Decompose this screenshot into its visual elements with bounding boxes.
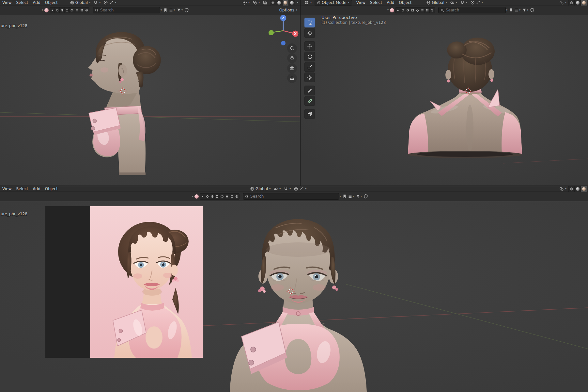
bookmark-icon[interactable] xyxy=(509,8,513,12)
tool-add-cube[interactable] xyxy=(304,109,315,119)
toggle-4[interactable] xyxy=(65,8,70,13)
search-box[interactable] xyxy=(438,7,506,13)
snap-dropdown[interactable]: ▾ xyxy=(92,0,102,5)
tool-measure[interactable] xyxy=(304,96,315,106)
search-input[interactable] xyxy=(100,8,158,12)
model-back-view[interactable] xyxy=(405,33,524,158)
toggle-7[interactable] xyxy=(425,8,430,13)
toggle-2[interactable] xyxy=(55,8,60,13)
shading-wireframe[interactable] xyxy=(270,0,276,6)
transform-orientation-dropdown[interactable]: Global ▾ xyxy=(69,0,92,5)
list-icon[interactable] xyxy=(514,8,519,12)
menu-add[interactable]: Add xyxy=(384,0,396,5)
show-overlays-toggle[interactable]: ▾ xyxy=(558,187,568,191)
toggle-6[interactable] xyxy=(420,8,425,13)
menu-select[interactable]: Select xyxy=(14,0,30,5)
toggle-6[interactable] xyxy=(224,194,229,199)
toggle-3[interactable] xyxy=(210,194,215,199)
navigation-gizmo[interactable]: Z X xyxy=(266,14,300,48)
toggle-7[interactable] xyxy=(229,194,234,199)
list-icon[interactable] xyxy=(348,194,352,199)
toggle-6[interactable] xyxy=(74,8,79,13)
viewport-side-view[interactable]: View Select Add Object Global ▾ ▾ ▾ xyxy=(0,0,300,186)
viewport-front-view[interactable]: View Select Add Object Global ▾ ▾ ▾ xyxy=(0,186,588,392)
toggle-1[interactable] xyxy=(50,8,55,13)
toggle-1[interactable] xyxy=(395,8,400,13)
gizmo-negz-axis[interactable] xyxy=(281,41,286,45)
shading-solid[interactable] xyxy=(276,0,283,6)
menu-object[interactable]: Object xyxy=(396,0,414,5)
chevron-down-icon[interactable]: ▾ xyxy=(506,9,507,11)
menu-view[interactable]: View xyxy=(354,0,368,5)
search-input[interactable] xyxy=(250,194,337,199)
projection-toggle-button[interactable] xyxy=(287,73,297,83)
mode-dropdown[interactable]: Object Mode ▾ xyxy=(315,0,352,6)
search-box[interactable] xyxy=(93,7,160,13)
shading-solid[interactable] xyxy=(575,0,581,6)
collapse-chevron-icon[interactable]: ▾ xyxy=(42,9,43,11)
proportional-edit-controls[interactable]: ▾ xyxy=(469,0,485,5)
camera-view-button[interactable] xyxy=(287,63,297,73)
pivot-dropdown[interactable]: ▾ xyxy=(449,0,459,5)
tool-rotate[interactable] xyxy=(304,52,315,61)
tool-cursor[interactable] xyxy=(304,28,315,38)
model-side-view[interactable] xyxy=(74,27,162,177)
toggle-5[interactable] xyxy=(70,8,74,13)
reference-portrait-image[interactable] xyxy=(90,206,203,358)
shading-material[interactable] xyxy=(283,0,289,6)
filter-funnel-icon[interactable] xyxy=(356,194,360,199)
shading-rendered[interactable] xyxy=(289,0,295,6)
transform-orient-dropdown[interactable]: Global ▾ xyxy=(249,187,272,191)
toggle-1[interactable] xyxy=(200,194,205,199)
shading-material[interactable] xyxy=(581,0,587,6)
chevron-down-icon[interactable]: ▾ xyxy=(161,9,162,11)
tool-box-select[interactable] xyxy=(304,18,315,27)
filter-funnel-icon[interactable] xyxy=(177,8,181,12)
viewport-back-view[interactable]: ▾ Object Mode ▾ View Select Add Object G… xyxy=(301,0,588,186)
shading-material[interactable] xyxy=(581,186,587,192)
snap-dropdown[interactable]: ▾ xyxy=(459,0,469,5)
pivot-dropdown[interactable]: ▾ xyxy=(272,187,282,191)
zoom-button[interactable] xyxy=(287,43,297,53)
options-button[interactable]: Options ▾ xyxy=(277,8,300,12)
show-overlays-toggle[interactable]: ▾ xyxy=(558,0,568,5)
transform-orient-dropdown[interactable]: Global ▾ xyxy=(425,0,448,5)
material-preview-ball[interactable] xyxy=(390,8,394,12)
show-overlays-toggle[interactable]: ▾ xyxy=(251,0,261,5)
menu-object[interactable]: Object xyxy=(43,0,60,5)
toggle-7[interactable] xyxy=(79,8,84,13)
toggle-xray[interactable] xyxy=(261,0,269,5)
chevron-down-icon[interactable]: ▾ xyxy=(340,195,341,198)
proportional-edit-controls[interactable]: ▾ xyxy=(102,0,118,5)
toggle-8[interactable] xyxy=(234,194,239,199)
menu-view[interactable]: View xyxy=(0,0,14,5)
collapse-chevron-icon[interactable]: ▾ xyxy=(192,195,193,198)
bookmark-icon[interactable] xyxy=(342,194,347,199)
shield-icon[interactable] xyxy=(364,194,368,199)
search-box[interactable] xyxy=(243,193,339,200)
viewport-divider-vertical[interactable] xyxy=(300,0,301,186)
shading-solid[interactable] xyxy=(575,186,581,192)
menu-select[interactable]: Select xyxy=(14,187,30,191)
bookmark-icon[interactable] xyxy=(163,8,168,12)
filter-funnel-icon[interactable] xyxy=(522,8,527,12)
material-preview-ball[interactable] xyxy=(44,8,49,12)
gizmo-y-axis[interactable] xyxy=(269,30,274,35)
toggle-8[interactable] xyxy=(430,8,435,13)
search-input[interactable] xyxy=(446,8,503,12)
menu-view[interactable]: View xyxy=(0,187,14,191)
material-preview-ball[interactable] xyxy=(194,194,199,199)
menu-add[interactable]: Add xyxy=(31,187,43,191)
collapse-chevron-icon[interactable]: ▾ xyxy=(387,9,389,11)
toggle-5[interactable] xyxy=(220,194,224,199)
menu-object[interactable]: Object xyxy=(43,187,60,191)
toggle-5[interactable] xyxy=(415,8,420,13)
model-front-view[interactable] xyxy=(210,208,386,392)
toggle-3[interactable] xyxy=(405,8,410,13)
menu-add[interactable]: Add xyxy=(31,0,43,5)
toggle-2[interactable] xyxy=(205,194,210,199)
snap-dropdown[interactable]: ▾ xyxy=(282,187,292,191)
shading-wireframe[interactable] xyxy=(568,0,575,6)
toggle-4[interactable] xyxy=(410,8,415,13)
shield-icon[interactable] xyxy=(530,8,534,12)
